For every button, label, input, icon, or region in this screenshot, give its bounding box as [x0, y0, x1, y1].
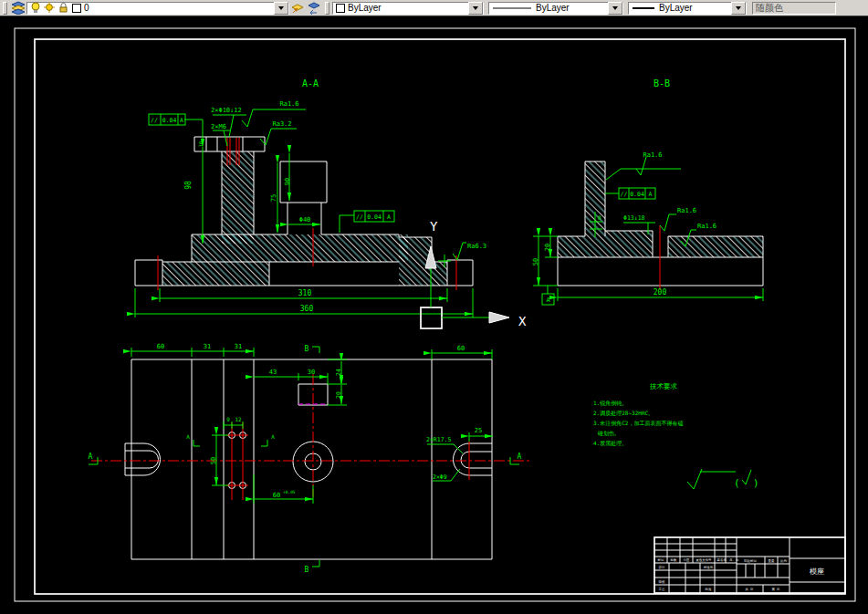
aa-ra16: Ra1.6 [279, 100, 298, 108]
layer-color-chip [72, 4, 81, 13]
tb-check: 审核 [659, 580, 665, 584]
color-control-combo[interactable]: ByLayer [332, 2, 484, 15]
tb-sheet-no: 第 张 [772, 588, 780, 591]
plan-dim-30: 30 [308, 369, 315, 376]
lineweight-combo-dropdown[interactable] [731, 2, 746, 15]
section-aa-title: A-A [302, 78, 319, 88]
tb-standardize: 标准化 [703, 565, 714, 569]
bb-ra16-top: Ra1.6 [643, 151, 662, 159]
aa-dim-75: 75 [270, 194, 277, 202]
layer-manager-button[interactable] [10, 1, 26, 15]
aa-frame2-symbol: // [356, 213, 363, 221]
bb-hole-note: Φ13↓18 [623, 214, 645, 222]
chevron-down-icon [278, 6, 284, 13]
layer-on-bulb-icon[interactable] [30, 2, 42, 14]
plan-dim-60-right: 60 [457, 345, 465, 352]
layer-previous-button[interactable] [306, 1, 322, 15]
paren-open: ( [734, 477, 740, 489]
tb-part-name: 模座 [810, 567, 824, 576]
tb-sign: 签名 [717, 558, 724, 562]
bb-dim-8: 8 [598, 214, 601, 221]
aa-dim-360: 360 [300, 305, 314, 313]
layer-combo[interactable]: 0 [26, 2, 289, 15]
current-color-chip [336, 4, 345, 13]
paren-close: ) [753, 477, 759, 489]
toolbar-grip[interactable] [3, 2, 7, 15]
layer-freeze-sun-icon[interactable] [44, 2, 56, 14]
tb-scale: 比例 [780, 559, 787, 563]
layer-previous-icon [308, 1, 321, 15]
lineweight-control-value: ByLayer [659, 3, 693, 13]
tb-approve: 批准 [706, 588, 712, 591]
color-combo-dropdown[interactable] [468, 2, 483, 15]
section-bb-title: B-B [654, 78, 670, 88]
plan-section-b-bottom: B [305, 566, 309, 574]
ucs-y-label: Y [430, 219, 438, 234]
notes-title: 技术要求 [649, 382, 678, 390]
toolbar-grip-2[interactable] [325, 2, 329, 15]
aa-frame1-datum: A [180, 117, 183, 124]
plan-section-a-left: A [89, 453, 93, 461]
plotstyle-control-value: 随颜色 [756, 2, 783, 15]
plan-dim-43: 43 [269, 369, 277, 376]
bb-dim-20: 20 [544, 244, 551, 251]
canvas-background[interactable] [0, 16, 868, 614]
aa-frame1-tolerance: 0.04 [162, 117, 177, 124]
color-control-value: ByLayer [348, 3, 382, 13]
aa-dim-phi40: Φ40 [299, 216, 311, 224]
bb-frame-symbol: // [621, 191, 628, 198]
lineweight-sample-icon [632, 5, 655, 12]
bb-frame-tolerance: 0.04 [630, 191, 644, 198]
linetype-combo-dropdown[interactable] [608, 2, 622, 15]
plan-slot-hole-note: 2×Φ9 [433, 474, 447, 481]
bb-ra16-mid: Ra1.6 [677, 207, 696, 214]
aa-hole-note: 2×Φ10↓12 [211, 107, 242, 114]
layer-combo-dropdown[interactable] [274, 2, 288, 15]
make-layer-current-button[interactable] [289, 1, 306, 15]
chevron-down-icon [736, 6, 741, 13]
layer-properties-toolbar: 0 ByLayer ByLayer ByLayer 随颜色 [0, 0, 868, 16]
aa-dim-310: 310 [298, 289, 312, 297]
tb-date: 年、月、日 [724, 558, 739, 562]
linetype-control-combo[interactable]: ByLayer [488, 2, 623, 15]
note-line: 2.调质处理28~32HRC。 [593, 410, 654, 417]
tb-process: 工艺 [659, 588, 665, 591]
model-space-canvas[interactable]: A-A [0, 0, 868, 614]
tb-total-sheets: 共 张 [746, 588, 754, 591]
aa-ra63: Ra6.3 [467, 243, 486, 250]
aa-thread-note: 2×M6 [211, 123, 226, 130]
plan-section-a-jog2: A [271, 433, 275, 440]
layer-lock-icon[interactable] [58, 2, 69, 14]
plan-dim-60-left: 60 [157, 343, 164, 350]
ucs-x-label: X [518, 314, 527, 328]
plan-section-a-jog1: A [186, 433, 190, 440]
plan-dim-60-tol: 60 [273, 492, 280, 499]
aa-frame1-symbol: // [151, 117, 158, 124]
aa-dim-10: 10 [198, 141, 204, 148]
tb-mark: 标记 [657, 558, 664, 562]
plan-section-a-right: A [518, 453, 522, 461]
plan-dim-25: 25 [475, 427, 482, 434]
make-layer-current-icon [291, 1, 305, 15]
layer-name: 0 [84, 3, 89, 13]
plan-dim-24: 24 [335, 369, 342, 376]
plan-dim-12: 12 [235, 416, 242, 422]
note-line: 3.未注倒角C2，加工后表面不得有磕 [593, 420, 684, 427]
tb-zone: 分区 [684, 558, 690, 562]
plan-dim-31a: 31 [204, 343, 211, 350]
plan-dim-31b: 31 [235, 343, 242, 350]
aa-frame2-datum: A [387, 213, 391, 221]
layers-icon [12, 1, 26, 15]
aa-frame2-tolerance: 0.04 [367, 213, 382, 221]
aa-ra32: Ra3.2 [272, 120, 291, 128]
aa-dim-98: 98 [184, 181, 193, 190]
chevron-down-icon [473, 6, 478, 13]
tb-count: 处数 [671, 557, 677, 562]
bb-dim-50: 50 [532, 258, 539, 265]
plan-dim-50: 50 [210, 457, 217, 464]
bb-dim-200: 200 [654, 288, 667, 297]
aa-dim-90: 90 [284, 178, 291, 185]
lineweight-control-combo[interactable]: ByLayer [628, 2, 747, 15]
note-line: 4.发黑处理。 [593, 440, 627, 447]
note-line: 1.锐角倒钝。 [593, 400, 627, 407]
